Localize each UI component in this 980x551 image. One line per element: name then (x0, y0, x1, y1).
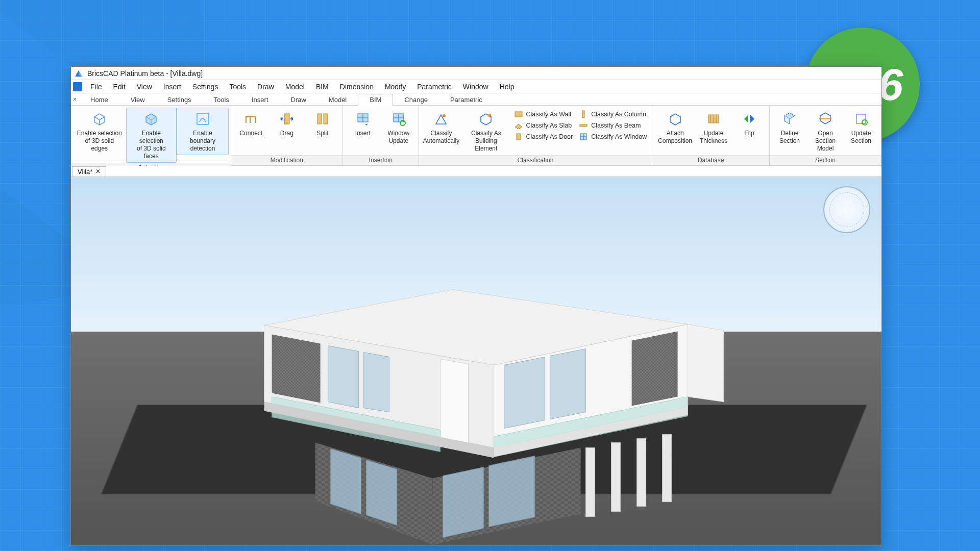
door-icon (514, 132, 523, 141)
window-title: BricsCAD Platinum beta - [Villa.dwg] (87, 69, 203, 78)
label-line1: Enable selection (77, 130, 122, 137)
building-element-icon (477, 110, 495, 128)
menu-parametric[interactable]: Parametric (412, 81, 457, 92)
ribbon-tab-home[interactable]: Home (79, 94, 119, 105)
svg-marker-30 (489, 456, 535, 527)
classify-as-wall-button[interactable]: Classify As Wall (514, 110, 573, 119)
define-section-button[interactable]: Define Section (772, 108, 807, 147)
classify-as-door-button[interactable]: Classify As Door (514, 132, 573, 141)
group-label-insertion: Insertion (343, 155, 419, 165)
label-line2: Section (779, 137, 800, 145)
ribbon-group-database: Attach Composition Update Thickness Flip… (652, 106, 770, 165)
svg-marker-28 (366, 460, 397, 525)
ribbon-tab-bim[interactable]: BIM (358, 94, 393, 106)
classify-as-window-button[interactable]: Classify As Window (579, 132, 647, 141)
split-button[interactable]: Split (305, 108, 340, 140)
label-line1: Define (781, 130, 799, 137)
window-icon (579, 132, 588, 141)
ribbon-tab-model[interactable]: Model (317, 94, 358, 105)
drag-button[interactable]: Drag (269, 108, 305, 140)
menu-bim[interactable]: BIM (311, 81, 334, 92)
ribbon-close-icon[interactable]: × (71, 96, 79, 103)
enable-faces-button[interactable]: Enable selection of 3D solid faces (126, 108, 177, 163)
view-compass-widget[interactable] (823, 186, 870, 233)
label-line2: Automatically (423, 137, 459, 145)
document-tab-villa[interactable]: Villa* ✕ (72, 166, 106, 177)
label: Flip (744, 130, 754, 137)
classify-as-beam-button[interactable]: Classify As Beam (579, 121, 647, 130)
svg-marker-38 (504, 357, 545, 429)
app-menu-icon[interactable] (73, 82, 82, 91)
ribbon-tab-strip: × Home View Settings Tools Insert Draw M… (71, 93, 881, 106)
menu-tools[interactable]: Tools (224, 81, 251, 92)
enable-boundary-button[interactable]: Enable boundary detection (177, 108, 229, 155)
ribbon-tab-parametric[interactable]: Parametric (439, 94, 494, 105)
model-viewport[interactable] (71, 177, 881, 545)
ribbon-group-classification: Classify Automatically Classify As Build… (419, 106, 652, 165)
ribbon-tab-insert[interactable]: Insert (240, 94, 280, 105)
menu-edit[interactable]: Edit (108, 81, 131, 92)
classify-as-column-button[interactable]: Classify As Column (579, 110, 647, 119)
svg-marker-39 (550, 349, 586, 419)
label-line2: Section (851, 137, 871, 145)
label-line2: of 3D solid edges (77, 137, 122, 153)
ribbon-group-modification: Connect Drag Split Modification (231, 106, 343, 165)
svg-marker-29 (443, 467, 484, 538)
boundary-detection-icon (194, 110, 211, 128)
attach-composition-button[interactable]: Attach Composition (654, 108, 696, 147)
menu-modify[interactable]: Modify (380, 81, 411, 92)
ribbon-group-section: Define Section Open Section Model Update… (770, 106, 881, 165)
ribbon-tab-view[interactable]: View (119, 94, 156, 105)
menu-file[interactable]: File (85, 81, 107, 92)
split-icon (314, 110, 331, 128)
group-label-classification: Classification (419, 155, 652, 165)
label-line1: Classify (430, 130, 452, 137)
label-line1: Update (851, 130, 871, 137)
window-update-button[interactable]: Window Update (381, 108, 416, 147)
titlebar[interactable]: BricsCAD Platinum beta - [Villa.dwg] (71, 67, 881, 80)
label: Insert (355, 130, 371, 137)
menu-model[interactable]: Model (280, 81, 310, 92)
label-line2: Update (388, 137, 408, 145)
update-thickness-button[interactable]: Update Thickness (696, 108, 731, 147)
update-section-icon (852, 110, 870, 128)
insert-button[interactable]: Insert (345, 108, 381, 140)
cube-edges-icon (91, 110, 108, 128)
enable-edges-button[interactable]: Enable selection of 3D solid edges (73, 108, 126, 155)
open-section-model-button[interactable]: Open Section Model (807, 108, 843, 155)
svg-rect-9 (515, 112, 522, 117)
svg-point-8 (488, 114, 491, 117)
menu-dimension[interactable]: Dimension (335, 81, 379, 92)
flip-button[interactable]: Flip (731, 108, 767, 140)
svg-rect-15 (856, 114, 866, 123)
menu-view[interactable]: View (132, 81, 157, 92)
app-logo-icon (74, 69, 83, 78)
update-section-button[interactable]: Update Section (843, 108, 879, 147)
svg-marker-36 (364, 353, 389, 412)
app-window: BricsCAD Platinum beta - [Villa.dwg] Fil… (70, 66, 882, 546)
ribbon-tab-draw[interactable]: Draw (280, 94, 317, 105)
menu-settings[interactable]: Settings (187, 81, 224, 92)
villa-3d-model (157, 244, 760, 545)
classify-as-building-element-button[interactable]: Classify As Building Element (461, 108, 510, 155)
svg-rect-0 (197, 113, 208, 124)
ribbon-tab-settings[interactable]: Settings (156, 94, 203, 105)
label-line1: Attach (667, 130, 684, 137)
window-update-icon (390, 110, 407, 128)
document-tab-close-icon[interactable]: ✕ (95, 168, 101, 175)
connect-button[interactable]: Connect (233, 108, 269, 140)
menu-window[interactable]: Window (458, 81, 494, 92)
menu-help[interactable]: Help (495, 81, 520, 92)
menu-draw[interactable]: Draw (252, 81, 279, 92)
update-thickness-icon (705, 110, 722, 128)
ribbon-tab-tools[interactable]: Tools (203, 94, 240, 105)
classify-automatically-button[interactable]: Classify Automatically (421, 108, 461, 147)
label-line1: Enable selection (130, 130, 174, 145)
menu-insert[interactable]: Insert (158, 81, 186, 92)
label-line1: Open Section (811, 130, 840, 145)
beam-icon (579, 121, 588, 130)
ribbon-tab-change[interactable]: Change (393, 94, 439, 105)
label-line2: Model (817, 145, 834, 153)
classify-as-slab-button[interactable]: Classify As Slab (514, 121, 573, 130)
open-section-model-icon (817, 110, 834, 128)
